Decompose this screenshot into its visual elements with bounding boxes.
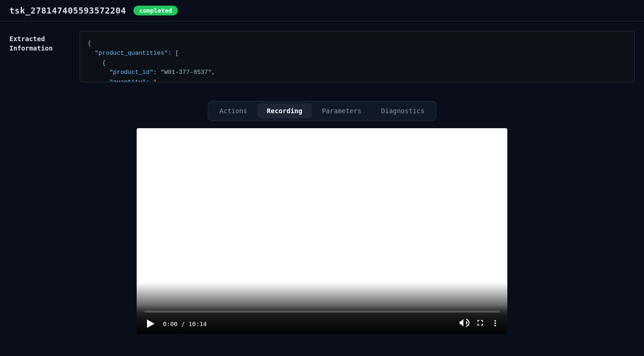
- play-button[interactable]: [144, 317, 157, 330]
- header: tsk_278147405593572204 completed: [0, 0, 644, 22]
- tab-actions[interactable]: Actions: [210, 103, 256, 118]
- tab-recording[interactable]: Recording: [257, 103, 312, 118]
- extracted-info-label-text: Extracted Information: [9, 35, 70, 53]
- tab-parameters[interactable]: Parameters: [313, 103, 371, 118]
- video-controls-left: 0:00 / 10:14: [144, 317, 207, 330]
- video-controls-right: [460, 318, 500, 329]
- video-container: 0:00 / 10:14: [0, 128, 644, 343]
- video-player: 0:00 / 10:14: [137, 128, 507, 334]
- task-id: tsk_278147405593572204: [9, 6, 126, 15]
- time-display: 0:00 / 10:14: [163, 320, 207, 327]
- tab-diagnostics[interactable]: Diagnostics: [372, 103, 434, 118]
- video-controls-row: 0:00 / 10:14: [144, 317, 500, 330]
- fullscreen-icon: [476, 318, 485, 327]
- more-options-button[interactable]: [490, 319, 500, 329]
- video-controls: 0:00 / 10:14: [137, 305, 507, 334]
- more-options-icon: [490, 319, 500, 328]
- fullscreen-button[interactable]: [476, 318, 485, 329]
- json-box: { "product_quantities": [ { "product_id"…: [80, 31, 635, 82]
- volume-icon: [460, 319, 470, 327]
- video-progress-bar[interactable]: [144, 311, 500, 312]
- json-content: { "product_quantities": [ { "product_id"…: [88, 39, 627, 82]
- extracted-info-label: Extracted Information: [9, 31, 70, 53]
- tabs-bar: Actions Recording Parameters Diagnostics: [208, 101, 436, 121]
- play-icon: [147, 320, 154, 328]
- tabs-container: Actions Recording Parameters Diagnostics: [0, 92, 644, 128]
- extracted-info-section: Extracted Information { "product_quantit…: [0, 22, 644, 92]
- volume-button[interactable]: [460, 319, 470, 329]
- status-badge: completed: [133, 6, 177, 15]
